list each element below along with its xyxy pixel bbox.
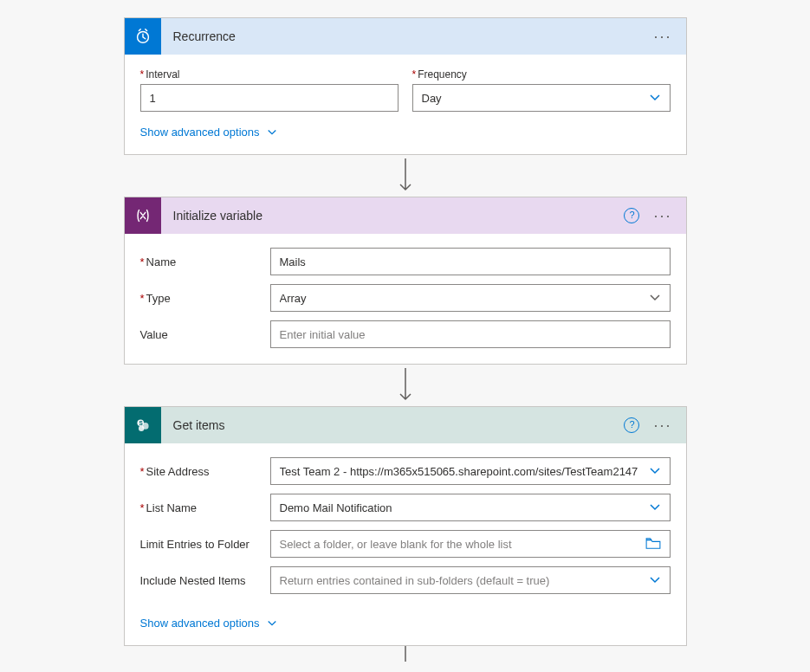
chevron-down-icon [649, 574, 661, 586]
connector-arrow [124, 155, 687, 197]
help-icon[interactable]: ? [624, 417, 639, 433]
type-select[interactable]: Array [270, 284, 671, 312]
more-icon[interactable]: ··· [650, 28, 675, 46]
getitems-title: Get items [161, 418, 625, 432]
getitems-card: S Get items ? ··· Site Address Test Team… [124, 406, 687, 646]
show-advanced-link[interactable]: Show advanced options [140, 126, 277, 139]
clock-icon [125, 18, 161, 55]
recurrence-card: Recurrence ··· Interval Frequency Day [124, 17, 687, 155]
value-input[interactable] [270, 320, 671, 348]
include-nested-label: Include Nested Items [140, 574, 270, 587]
help-icon[interactable]: ? [624, 208, 639, 223]
sharepoint-icon: S [125, 407, 161, 443]
chevron-down-icon [649, 501, 661, 514]
show-advanced-link[interactable]: Show advanced options [140, 617, 277, 630]
svg-text:S: S [139, 420, 143, 426]
limit-entries-label: Limit Entries to Folder [140, 538, 270, 551]
site-address-select[interactable]: Test Team 2 - https://m365x515065.sharep… [270, 457, 671, 485]
recurrence-title: Recurrence [161, 29, 651, 43]
limit-entries-select[interactable]: Select a folder, or leave blank for the … [270, 530, 671, 558]
chevron-down-icon [267, 618, 277, 629]
folder-icon [645, 538, 661, 550]
initvar-header[interactable]: Initialize variable ? ··· [125, 197, 686, 234]
chevron-down-icon [649, 465, 661, 477]
include-nested-select[interactable]: Return entries contained in sub-folders … [270, 566, 671, 594]
name-input[interactable] [270, 248, 671, 275]
list-name-label: List Name [140, 501, 270, 514]
name-label: Name [140, 255, 270, 268]
chevron-down-icon [649, 292, 661, 304]
frequency-select[interactable]: Day [412, 84, 671, 112]
getitems-header[interactable]: S Get items ? ··· [125, 407, 686, 443]
type-label: Type [140, 292, 270, 305]
initvar-card: Initialize variable ? ··· Name Type Arra… [124, 197, 687, 365]
chevron-down-icon [649, 92, 661, 104]
variable-icon [125, 197, 161, 234]
interval-label: Interval [140, 68, 399, 81]
chevron-down-icon [267, 127, 277, 138]
more-icon[interactable]: ··· [650, 207, 675, 225]
recurrence-header[interactable]: Recurrence ··· [125, 18, 686, 55]
connector-arrow [124, 646, 687, 663]
value-label: Value [140, 328, 270, 341]
frequency-label: Frequency [412, 68, 671, 81]
more-icon[interactable]: ··· [650, 417, 675, 435]
list-name-select[interactable]: Demo Mail Notification [270, 494, 671, 521]
site-address-label: Site Address [140, 465, 270, 478]
svg-point-3 [138, 425, 143, 430]
interval-input[interactable] [140, 84, 399, 112]
connector-arrow [124, 365, 687, 406]
initvar-title: Initialize variable [161, 209, 625, 223]
